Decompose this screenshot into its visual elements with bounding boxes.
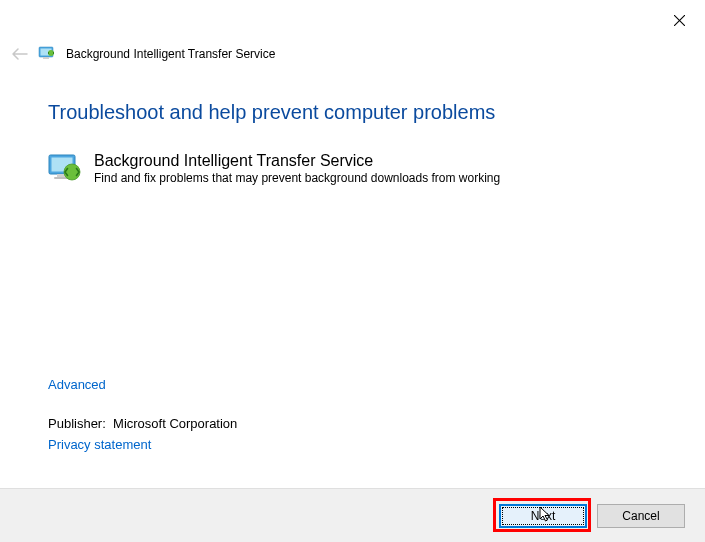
svg-point-9 (64, 164, 80, 180)
privacy-statement-link[interactable]: Privacy statement (48, 437, 237, 452)
close-icon (674, 15, 685, 26)
next-button-label: Next (531, 509, 556, 523)
troubleshooter-description: Find and fix problems that may prevent b… (94, 171, 500, 185)
troubleshooter-header-icon (38, 46, 56, 61)
troubleshooter-title: Background Intelligent Transfer Service (94, 152, 500, 170)
troubleshooter-item-icon (48, 154, 82, 186)
page-heading: Troubleshoot and help prevent computer p… (48, 101, 657, 124)
back-arrow-icon (12, 47, 28, 61)
close-button[interactable] (667, 8, 691, 32)
advanced-link[interactable]: Advanced (48, 377, 237, 392)
publisher-label: Publisher: (48, 416, 106, 431)
next-button[interactable]: Next (499, 504, 587, 528)
svg-rect-4 (43, 57, 49, 59)
back-button[interactable] (12, 47, 28, 61)
cancel-button-label: Cancel (622, 509, 659, 523)
button-bar: Next Cancel (0, 488, 705, 542)
cancel-button[interactable]: Cancel (597, 504, 685, 528)
window-title: Background Intelligent Transfer Service (66, 47, 275, 61)
publisher-info: Publisher: Microsoft Corporation (48, 416, 237, 431)
publisher-value: Microsoft Corporation (113, 416, 237, 431)
